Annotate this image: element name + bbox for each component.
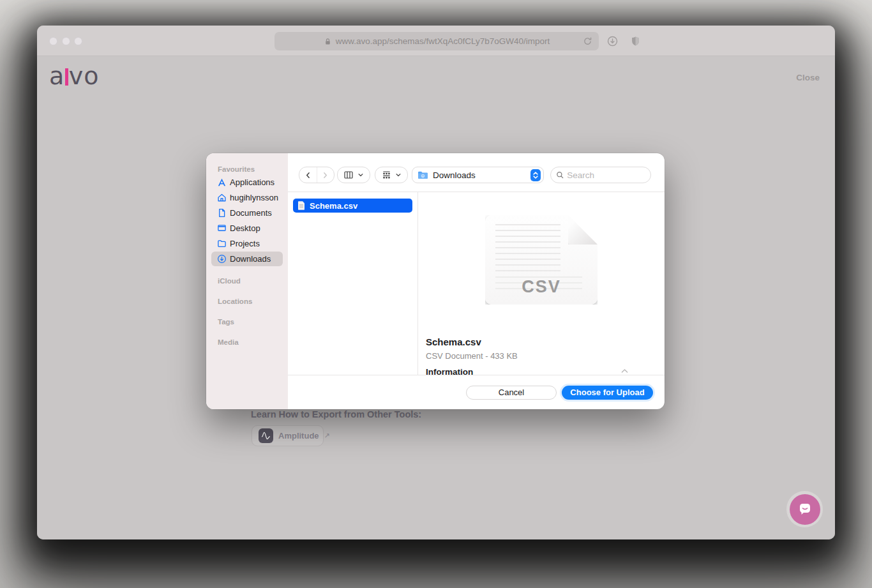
sidebar-item-label: hugihlynsson <box>230 193 278 202</box>
shield-icon[interactable] <box>631 36 640 47</box>
csv-badge-text: CSV <box>485 277 598 297</box>
sidebar-item-downloads[interactable]: Downloads <box>211 252 283 266</box>
file-doc-icon <box>297 201 305 210</box>
window-close-button[interactable] <box>49 37 57 45</box>
amplitude-label: Amplitude <box>278 431 319 441</box>
browser-titlebar: www.avo.app/schemas/fwtXqAc0fCLy7b7oGW40… <box>37 26 835 56</box>
sidebar-item-label: Desktop <box>230 223 260 233</box>
history-nav-group <box>299 167 335 183</box>
address-bar[interactable]: www.avo.app/schemas/fwtXqAc0fCLy7b7oGW40… <box>274 32 599 50</box>
forward-button[interactable] <box>317 167 334 183</box>
sidebar-item-label: Applications <box>230 177 274 187</box>
back-button[interactable] <box>299 167 317 183</box>
chat-widget-button[interactable] <box>786 491 823 527</box>
search-field[interactable] <box>550 167 651 183</box>
preview-file-meta: CSV Document - 433 KB <box>426 351 518 361</box>
view-mode-dropdown[interactable] <box>337 167 370 183</box>
document-icon <box>217 208 227 218</box>
preview-file-name: Schema.csv <box>426 336 481 347</box>
home-icon <box>217 193 227 202</box>
logo-pink-bar <box>65 68 68 86</box>
sidebar-item-label: Projects <box>230 239 260 248</box>
chevron-up-icon <box>621 368 628 373</box>
chat-bubble-icon <box>790 494 820 525</box>
sidebar-item-documents[interactable]: Documents <box>211 206 283 220</box>
logo-letters-vo: vo <box>69 62 100 90</box>
file-name: Schema.csv <box>310 201 357 211</box>
dialog-body: Schema.csv CSV Schema.csv CSV Document -… <box>288 192 665 375</box>
media-header[interactable]: Media <box>218 338 239 346</box>
file-list: Schema.csv <box>288 192 418 375</box>
sidebar-item-label: Documents <box>230 208 272 218</box>
sidebar-item-applications[interactable]: Applications <box>211 175 283 190</box>
desktop-icon <box>217 223 227 233</box>
csv-file-icon: CSV <box>485 215 598 305</box>
sidebar-item-label: Downloads <box>230 254 271 264</box>
columns-view-icon <box>343 170 354 179</box>
window-zoom-button[interactable] <box>74 37 82 45</box>
url-text: www.avo.app/schemas/fwtXqAc0fCLy7b7oGW40… <box>336 36 550 46</box>
amplitude-button[interactable]: Amplitude ↗ <box>252 425 324 446</box>
reload-icon[interactable] <box>583 36 592 46</box>
preview-pane: CSV Schema.csv CSV Document - 433 KB Inf… <box>418 192 665 375</box>
locations-header[interactable]: Locations <box>218 298 252 305</box>
sidebar-item-desktop[interactable]: Desktop <box>211 221 283 236</box>
dialog-toolbar: Downloads <box>288 153 665 192</box>
location-label: Downloads <box>433 170 526 180</box>
applications-icon <box>217 177 227 187</box>
favourites-header: Favourites <box>218 165 255 173</box>
sidebar-item-home[interactable]: hugihlynsson <box>211 190 283 205</box>
folded-corner <box>568 215 598 245</box>
dialog-main: Downloads <box>288 153 665 409</box>
dialog-footer: Cancel Choose for Upload <box>288 375 665 409</box>
chevron-down-icon <box>357 172 364 178</box>
downloads-toolbar-icon[interactable] <box>607 36 618 47</box>
window-minimize-button[interactable] <box>62 37 70 45</box>
folder-icon <box>217 239 227 248</box>
lock-icon <box>324 37 332 46</box>
choose-for-upload-button[interactable]: Choose for Upload <box>562 386 653 400</box>
search-icon <box>556 170 564 179</box>
downloads-icon <box>217 254 227 264</box>
amplitude-icon <box>259 428 273 443</box>
avo-logo: avo <box>49 64 100 88</box>
icloud-header[interactable]: iCloud <box>218 277 241 285</box>
stepper-icon <box>530 169 541 181</box>
external-link-icon: ↗ <box>324 432 330 440</box>
information-section-label[interactable]: Information <box>426 367 473 375</box>
csv-content-lines <box>495 224 560 274</box>
blue-folder-icon <box>417 170 428 179</box>
dialog-sidebar: Favourites Applications hugihlynsson <box>206 153 288 409</box>
file-row-schema-csv[interactable]: Schema.csv <box>293 199 412 213</box>
logo-letter-a: a <box>49 62 64 90</box>
tags-header[interactable]: Tags <box>218 318 234 326</box>
cancel-button[interactable]: Cancel <box>466 386 557 400</box>
file-open-dialog: Favourites Applications hugihlynsson <box>206 153 665 409</box>
sidebar-item-projects[interactable]: Projects <box>211 236 283 251</box>
learn-heading: Learn How to Export from Other Tools: <box>251 409 421 419</box>
group-by-dropdown[interactable] <box>375 167 408 183</box>
search-input[interactable] <box>567 170 645 180</box>
chevron-down-icon <box>395 172 402 178</box>
close-link[interactable]: Close <box>796 73 820 82</box>
location-dropdown[interactable]: Downloads <box>412 167 544 183</box>
grouping-icon <box>382 170 391 179</box>
